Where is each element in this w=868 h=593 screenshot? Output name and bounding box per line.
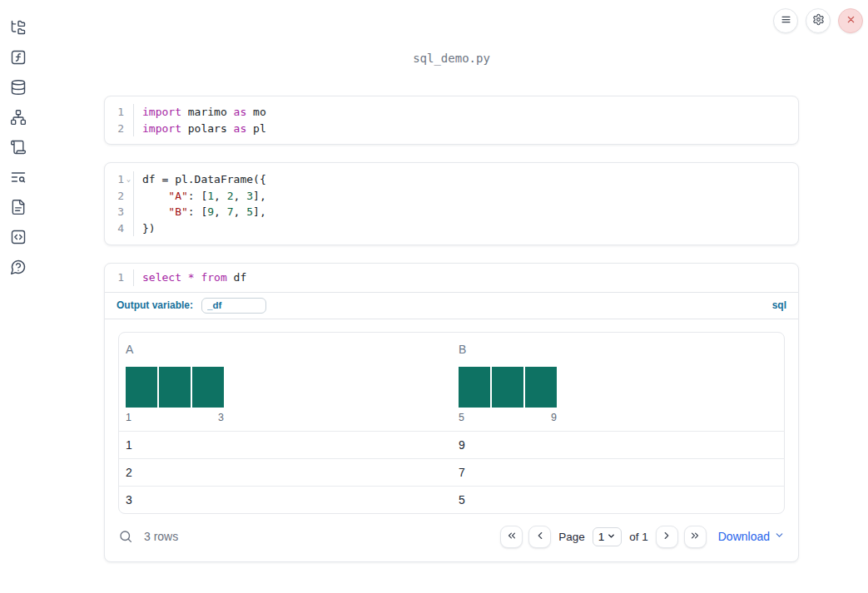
code-text: "B": [9, 7, 5], — [133, 204, 266, 220]
fold-spacer — [124, 220, 133, 237]
table-cell: 2 — [119, 458, 452, 486]
datasources-icon[interactable] — [10, 79, 27, 96]
table-cell: 9 — [452, 431, 784, 458]
code-line[interactable]: 3 "B": [9, 7, 5], — [105, 204, 798, 220]
code-cell-dataframe[interactable]: 1⌄df = pl.DataFrame({2 "A": [1, 2, 3],3 … — [104, 162, 799, 245]
row-count: 3 rows — [144, 530, 178, 543]
chevrons-left-icon — [506, 530, 518, 544]
histogram-bar — [459, 367, 490, 408]
download-label: Download — [718, 530, 770, 543]
data-table: A13B59 192735 — [118, 332, 785, 514]
code-line[interactable]: 2 "A": [1, 2, 3], — [105, 188, 798, 205]
chevron-down-icon — [774, 530, 785, 543]
prev-page-button[interactable] — [528, 526, 551, 548]
code-line[interactable]: 1⌄df = pl.DataFrame({ — [105, 171, 798, 188]
code-line[interactable]: 1import marimo as mo — [105, 104, 798, 121]
table-cell: 1 — [119, 431, 452, 458]
next-page-button[interactable] — [656, 526, 678, 548]
helper-panel-sidebar — [0, 0, 37, 593]
notebook-main: sql_demo.py 1import marimo as mo2import … — [104, 0, 799, 562]
chevron-down-icon — [607, 531, 616, 543]
code-line[interactable]: 4}) — [105, 220, 798, 237]
line-number: 2 — [105, 121, 124, 137]
code-text: }) — [133, 220, 156, 237]
cell-output: A13B59 192735 — [105, 319, 798, 514]
chevron-right-icon — [661, 530, 672, 544]
fold-spacer — [124, 121, 133, 137]
page-total-label: of 1 — [629, 531, 648, 543]
functions-icon[interactable] — [10, 49, 27, 66]
gear-icon — [812, 13, 825, 29]
table-row: 35 — [119, 486, 784, 513]
histogram-bar — [126, 367, 157, 408]
download-button[interactable]: Download — [718, 530, 785, 543]
histogram-range-labels: 59 — [459, 412, 557, 423]
file-explorer-icon[interactable] — [10, 19, 27, 36]
code-editor[interactable]: 1⌄df = pl.DataFrame({2 "A": [1, 2, 3],3 … — [105, 171, 798, 236]
column-histogram — [459, 367, 557, 408]
code-line[interactable]: 1select * from df — [105, 269, 798, 286]
column-header-b[interactable]: B59 — [452, 333, 784, 431]
column-header-a[interactable]: A13 — [119, 333, 452, 431]
fold-chevron-icon[interactable]: ⌄ — [124, 171, 133, 188]
table-cell: 5 — [452, 486, 784, 513]
sql-cell: 1select * from df Output variable: sql A… — [104, 263, 799, 562]
histogram-bar — [192, 367, 224, 408]
language-badge: sql — [772, 299, 786, 311]
fold-spacer — [124, 269, 133, 286]
column-name: B — [459, 343, 777, 356]
code-text: import polars as pl — [133, 121, 266, 137]
table-row: 19 — [119, 431, 784, 458]
last-page-button[interactable] — [684, 526, 707, 548]
sql-meta-bar: Output variable: sql — [105, 292, 798, 319]
help-icon[interactable] — [10, 259, 27, 275]
code-editor[interactable]: 1import marimo as mo2import polars as pl — [105, 104, 798, 136]
code-text: import marimo as mo — [133, 104, 266, 121]
code-cell-imports[interactable]: 1import marimo as mo2import polars as pl — [104, 96, 799, 145]
shutdown-button[interactable] — [838, 8, 863, 33]
dependency-graph-icon[interactable] — [10, 109, 27, 126]
line-number: 4 — [105, 220, 124, 237]
table-footer: 3 rows Page 1 of 1 — [105, 514, 798, 561]
sql-code-editor[interactable]: 1select * from df — [105, 264, 798, 292]
search-icon[interactable] — [118, 529, 133, 544]
fold-spacer — [124, 188, 133, 205]
chevrons-right-icon — [689, 530, 701, 544]
histogram-range-labels: 13 — [126, 412, 224, 423]
close-icon — [845, 13, 857, 29]
output-variable-label: Output variable: — [117, 299, 193, 311]
code-line[interactable]: 2import polars as pl — [105, 121, 798, 137]
page-select[interactable]: 1 — [593, 527, 622, 546]
output-variable-input[interactable] — [201, 298, 266, 314]
line-number: 3 — [105, 204, 124, 220]
scratchpad-icon[interactable] — [10, 139, 27, 156]
code-text: "A": [1, 2, 3], — [133, 188, 266, 205]
column-histogram — [126, 367, 224, 408]
first-page-button[interactable] — [500, 526, 523, 548]
documentation-icon[interactable] — [10, 199, 27, 215]
fold-spacer — [124, 204, 133, 220]
column-name: A — [126, 343, 445, 356]
chevron-left-icon — [534, 530, 546, 544]
page-label: Page — [558, 531, 585, 543]
pagination: Page 1 of 1 — [500, 526, 707, 548]
page-select-value: 1 — [598, 531, 605, 543]
logs-search-icon[interactable] — [10, 169, 27, 185]
table-row: 27 — [119, 458, 784, 486]
histogram-bar — [492, 367, 523, 408]
snippets-icon[interactable] — [10, 229, 27, 245]
line-number: 2 — [105, 188, 124, 205]
line-number: 1 — [105, 269, 124, 286]
settings-button[interactable] — [806, 8, 831, 33]
line-number: 1 — [105, 104, 124, 121]
table-cell: 7 — [452, 458, 784, 486]
histogram-bar — [159, 367, 191, 408]
code-text: df = pl.DataFrame({ — [133, 171, 266, 188]
fold-spacer — [124, 104, 133, 121]
histogram-bar — [525, 367, 557, 408]
code-text: select * from df — [133, 269, 246, 286]
table-cell: 3 — [119, 486, 452, 513]
table-header-row: A13B59 — [119, 333, 784, 431]
notebook-filename[interactable]: sql_demo.py — [104, 52, 799, 65]
table-body: 192735 — [119, 431, 784, 513]
